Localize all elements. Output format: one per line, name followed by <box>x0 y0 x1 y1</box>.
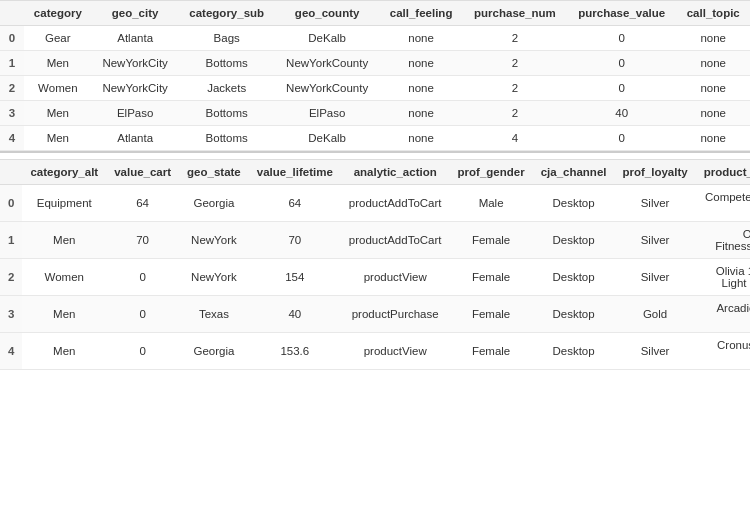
col2-header-category-alt: category_alt <box>22 160 106 185</box>
cell-geo_state: Georgia <box>179 333 249 370</box>
cell-value_lifetime: 153.6 <box>249 333 341 370</box>
cell-call_topic: none <box>676 26 750 51</box>
table-divider <box>0 151 750 159</box>
cell-purchase_value: 0 <box>567 26 677 51</box>
cell-geo_city: Atlanta <box>92 26 179 51</box>
cell-purchase_num: 2 <box>463 101 567 126</box>
cell-value_cart: 0 <box>106 259 179 296</box>
cell-purchase_num: 2 <box>463 76 567 101</box>
cell-prof_loyalty: Gold <box>614 296 695 333</box>
cell-prof_gender: Female <box>450 259 533 296</box>
cell-product_name: Orestes Fitness Short <box>696 222 750 259</box>
table-row: 1Men70NewYork70productAddToCartFemaleDes… <box>0 222 750 259</box>
cell-category_sub: Bags <box>178 26 275 51</box>
cell-call_topic: none <box>676 126 750 151</box>
cell-geo_county: DeKalb <box>275 126 379 151</box>
table-row: 4Men0Georgia153.6productViewFemaleDeskto… <box>0 333 750 370</box>
cell-analytic_action: productAddToCart <box>341 185 450 222</box>
col2-header-analytic-action: analytic_action <box>341 160 450 185</box>
col-header-geo-city: geo_city <box>92 1 179 26</box>
table-row: 2WomenNewYorkCityJacketsNewYorkCountynon… <box>0 76 750 101</box>
col-header-call-topic: call_topic <box>676 1 750 26</box>
cell-category: Gear <box>24 26 92 51</box>
cell-category_alt: Men <box>22 296 106 333</box>
cell-call_feeling: none <box>379 101 463 126</box>
table-row: 4MenAtlantaBottomsDeKalbnone40none <box>0 126 750 151</box>
cell-cja_channel: Desktop <box>533 185 615 222</box>
cell-product_name: Arcadio Gym Short <box>696 296 750 333</box>
cell-category_sub: Bottoms <box>178 101 275 126</box>
col2-header-prof-gender: prof_gender <box>450 160 533 185</box>
cell-prof_loyalty: Silver <box>614 333 695 370</box>
cell-analytic_action: productAddToCart <box>341 222 450 259</box>
col2-header-product-name: product_name <box>696 160 750 185</box>
cell-category_alt: Men <box>22 333 106 370</box>
cell-purchase_value: 0 <box>567 76 677 101</box>
cell-category_alt: Equipment <box>22 185 106 222</box>
cell-cja_channel: Desktop <box>533 259 615 296</box>
cell-purchase_num: 2 <box>463 51 567 76</box>
cell-geo_city: ElPaso <box>92 101 179 126</box>
cell-prof_gender: Male <box>450 185 533 222</box>
cell-value_cart: 64 <box>106 185 179 222</box>
cell-value_cart: 70 <box>106 222 179 259</box>
cell-purchase_value: 0 <box>567 126 677 151</box>
cell-geo_county: NewYorkCounty <box>275 76 379 101</box>
table-row: 3MenElPasoBottomsElPasonone240none <box>0 101 750 126</box>
col2-header-geo-state: geo_state <box>179 160 249 185</box>
cell-category_sub: Bottoms <box>178 126 275 151</box>
data-grid: category geo_city category_sub geo_count… <box>0 0 750 370</box>
cell-analytic_action: productView <box>341 333 450 370</box>
cell-call_feeling: none <box>379 76 463 101</box>
col2-header-index <box>0 160 22 185</box>
table-row: 2Women0NewYork154productViewFemaleDeskto… <box>0 259 750 296</box>
cell-call_feeling: none <box>379 126 463 151</box>
cell-geo_city: NewYorkCity <box>92 76 179 101</box>
cell-product_name: Compete Track Tote <box>696 185 750 222</box>
cell-category: Men <box>24 101 92 126</box>
cell-value_lifetime: 70 <box>249 222 341 259</box>
cell-index: 1 <box>0 222 22 259</box>
cell-purchase_num: 4 <box>463 126 567 151</box>
cell-analytic_action: productPurchase <box>341 296 450 333</box>
cell-category_alt: Women <box>22 259 106 296</box>
cell-product_name: Olivia 1/4 Zip Light Jacket <box>696 259 750 296</box>
col-header-geo-county: geo_county <box>275 1 379 26</box>
cell-cja_channel: Desktop <box>533 333 615 370</box>
cell-cja_channel: Desktop <box>533 296 615 333</box>
cell-index: 2 <box>0 76 24 101</box>
cell-index: 0 <box>0 26 24 51</box>
cell-geo_county: DeKalb <box>275 26 379 51</box>
cell-category: Men <box>24 51 92 76</box>
col-header-purchase-value: purchase_value <box>567 1 677 26</box>
cell-purchase_num: 2 <box>463 26 567 51</box>
cell-prof_loyalty: Silver <box>614 259 695 296</box>
cell-geo_state: Georgia <box>179 185 249 222</box>
cell-category_alt: Men <box>22 222 106 259</box>
cell-prof_gender: Female <box>450 333 533 370</box>
cell-index: 4 <box>0 126 24 151</box>
cell-geo_county: ElPaso <box>275 101 379 126</box>
table-2: category_alt value_cart geo_state value_… <box>0 159 750 370</box>
cell-call_topic: none <box>676 51 750 76</box>
cell-value_cart: 0 <box>106 296 179 333</box>
table-row: 0Equipment64Georgia64productAddToCartMal… <box>0 185 750 222</box>
cell-value_lifetime: 154 <box>249 259 341 296</box>
cell-index: 0 <box>0 185 22 222</box>
cell-index: 3 <box>0 296 22 333</box>
cell-index: 4 <box>0 333 22 370</box>
cell-purchase_value: 40 <box>567 101 677 126</box>
cell-cja_channel: Desktop <box>533 222 615 259</box>
table-1: category geo_city category_sub geo_count… <box>0 0 750 151</box>
cell-geo_state: NewYork <box>179 259 249 296</box>
col-header-category: category <box>24 1 92 26</box>
cell-call_topic: none <box>676 76 750 101</box>
cell-call_feeling: none <box>379 26 463 51</box>
cell-category_sub: Jackets <box>178 76 275 101</box>
cell-product_name: Cronus Yoga Pant <box>696 333 750 370</box>
cell-call_feeling: none <box>379 51 463 76</box>
col2-header-value-lifetime: value_lifetime <box>249 160 341 185</box>
cell-category: Men <box>24 126 92 151</box>
cell-prof_gender: Female <box>450 222 533 259</box>
cell-index: 1 <box>0 51 24 76</box>
